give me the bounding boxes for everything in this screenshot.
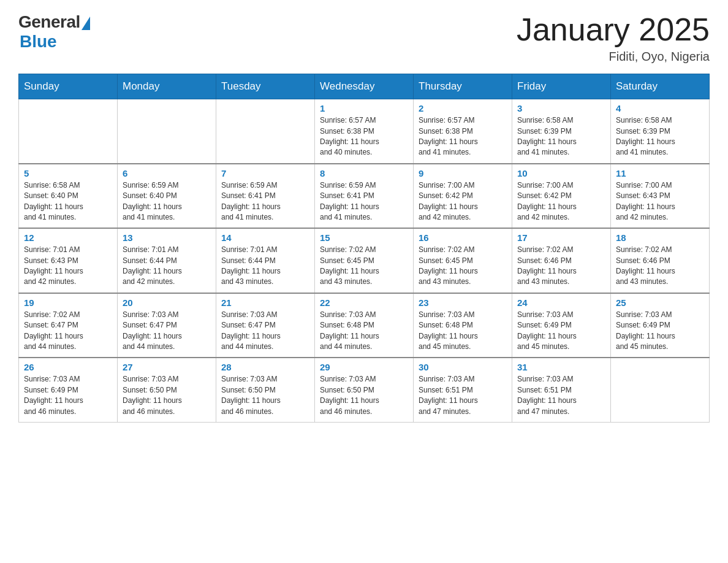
calendar-week-row: 1Sunrise: 6:57 AM Sunset: 6:38 PM Daylig…: [19, 99, 710, 164]
day-info: Sunrise: 7:03 AM Sunset: 6:47 PM Dayligh…: [123, 310, 211, 353]
day-info: Sunrise: 7:03 AM Sunset: 6:49 PM Dayligh…: [517, 310, 605, 353]
day-number: 3: [517, 103, 605, 113]
title-block: January 2025 Fiditi, Oyo, Nigeria: [517, 12, 710, 64]
day-info: Sunrise: 7:03 AM Sunset: 6:48 PM Dayligh…: [419, 310, 507, 353]
calendar-cell: 23Sunrise: 7:03 AM Sunset: 6:48 PM Dayli…: [414, 293, 512, 358]
day-number: 28: [221, 362, 309, 372]
calendar-cell: 15Sunrise: 7:02 AM Sunset: 6:45 PM Dayli…: [315, 228, 414, 293]
day-number: 19: [24, 297, 112, 308]
calendar-cell: 20Sunrise: 7:03 AM Sunset: 6:47 PM Dayli…: [118, 293, 216, 358]
day-number: 17: [517, 232, 605, 243]
day-info: Sunrise: 7:03 AM Sunset: 6:51 PM Dayligh…: [517, 374, 605, 417]
day-info: Sunrise: 6:59 AM Sunset: 6:41 PM Dayligh…: [320, 180, 408, 223]
day-number: 16: [419, 232, 507, 243]
calendar-cell: 5Sunrise: 6:58 AM Sunset: 6:40 PM Daylig…: [19, 164, 118, 229]
day-number: 15: [320, 232, 408, 243]
day-info: Sunrise: 7:03 AM Sunset: 6:51 PM Dayligh…: [419, 374, 507, 417]
logo-general-text: General: [18, 12, 80, 32]
day-number: 23: [419, 297, 507, 308]
calendar-header-saturday: Saturday: [611, 74, 710, 99]
calendar-cell: 22Sunrise: 7:03 AM Sunset: 6:48 PM Dayli…: [315, 293, 414, 358]
calendar-header-sunday: Sunday: [19, 74, 118, 99]
calendar-cell: 11Sunrise: 7:00 AM Sunset: 6:43 PM Dayli…: [611, 164, 710, 229]
day-number: 20: [123, 297, 211, 308]
day-number: 6: [123, 168, 211, 178]
calendar-week-row: 19Sunrise: 7:02 AM Sunset: 6:47 PM Dayli…: [19, 293, 710, 358]
day-number: 18: [616, 232, 704, 243]
day-info: Sunrise: 7:03 AM Sunset: 6:49 PM Dayligh…: [24, 374, 112, 417]
day-number: 5: [24, 168, 112, 178]
logo: General Blue: [18, 12, 90, 52]
day-info: Sunrise: 7:02 AM Sunset: 6:46 PM Dayligh…: [616, 245, 704, 288]
day-number: 2: [419, 103, 507, 113]
day-number: 26: [24, 362, 112, 372]
calendar-cell: 21Sunrise: 7:03 AM Sunset: 6:47 PM Dayli…: [216, 293, 315, 358]
calendar-cell: 13Sunrise: 7:01 AM Sunset: 6:44 PM Dayli…: [118, 228, 216, 293]
day-number: 12: [24, 232, 112, 243]
calendar-cell: 18Sunrise: 7:02 AM Sunset: 6:46 PM Dayli…: [611, 228, 710, 293]
day-info: Sunrise: 7:03 AM Sunset: 6:50 PM Dayligh…: [123, 374, 211, 417]
day-info: Sunrise: 6:57 AM Sunset: 6:38 PM Dayligh…: [419, 115, 507, 158]
calendar-cell: 16Sunrise: 7:02 AM Sunset: 6:45 PM Dayli…: [414, 228, 512, 293]
calendar-cell: 3Sunrise: 6:58 AM Sunset: 6:39 PM Daylig…: [512, 99, 611, 164]
calendar-cell: 7Sunrise: 6:59 AM Sunset: 6:41 PM Daylig…: [216, 164, 315, 229]
day-info: Sunrise: 7:03 AM Sunset: 6:50 PM Dayligh…: [221, 374, 309, 417]
day-info: Sunrise: 7:01 AM Sunset: 6:44 PM Dayligh…: [221, 245, 309, 288]
calendar-cell: 25Sunrise: 7:03 AM Sunset: 6:49 PM Dayli…: [611, 293, 710, 358]
calendar-cell: 14Sunrise: 7:01 AM Sunset: 6:44 PM Dayli…: [216, 228, 315, 293]
calendar-header-tuesday: Tuesday: [216, 74, 315, 99]
day-number: 7: [221, 168, 309, 178]
day-info: Sunrise: 7:03 AM Sunset: 6:50 PM Dayligh…: [320, 374, 408, 417]
page-title: January 2025: [517, 12, 710, 47]
calendar-header-monday: Monday: [118, 74, 216, 99]
day-number: 13: [123, 232, 211, 243]
calendar-cell: 29Sunrise: 7:03 AM Sunset: 6:50 PM Dayli…: [315, 358, 414, 422]
page-subtitle: Fiditi, Oyo, Nigeria: [517, 50, 710, 64]
day-info: Sunrise: 7:00 AM Sunset: 6:42 PM Dayligh…: [419, 180, 507, 223]
day-info: Sunrise: 7:03 AM Sunset: 6:48 PM Dayligh…: [320, 310, 408, 353]
day-number: 8: [320, 168, 408, 178]
calendar-cell: [216, 99, 315, 164]
day-info: Sunrise: 7:01 AM Sunset: 6:44 PM Dayligh…: [123, 245, 211, 288]
calendar-header-row: SundayMondayTuesdayWednesdayThursdayFrid…: [19, 74, 710, 99]
day-info: Sunrise: 7:02 AM Sunset: 6:47 PM Dayligh…: [24, 310, 112, 353]
calendar-header-friday: Friday: [512, 74, 611, 99]
calendar-cell: [611, 358, 710, 422]
calendar-cell: 31Sunrise: 7:03 AM Sunset: 6:51 PM Dayli…: [512, 358, 611, 422]
day-info: Sunrise: 6:59 AM Sunset: 6:40 PM Dayligh…: [123, 180, 211, 223]
page-header: General Blue January 2025 Fiditi, Oyo, N…: [18, 12, 710, 64]
day-info: Sunrise: 7:01 AM Sunset: 6:43 PM Dayligh…: [24, 245, 112, 288]
day-info: Sunrise: 7:02 AM Sunset: 6:46 PM Dayligh…: [517, 245, 605, 288]
day-info: Sunrise: 6:58 AM Sunset: 6:40 PM Dayligh…: [24, 180, 112, 223]
day-number: 14: [221, 232, 309, 243]
calendar-cell: 30Sunrise: 7:03 AM Sunset: 6:51 PM Dayli…: [414, 358, 512, 422]
calendar-header-wednesday: Wednesday: [315, 74, 414, 99]
calendar-cell: 9Sunrise: 7:00 AM Sunset: 6:42 PM Daylig…: [414, 164, 512, 229]
day-number: 1: [320, 103, 408, 113]
day-info: Sunrise: 6:59 AM Sunset: 6:41 PM Dayligh…: [221, 180, 309, 223]
day-number: 30: [419, 362, 507, 372]
calendar-cell: 6Sunrise: 6:59 AM Sunset: 6:40 PM Daylig…: [118, 164, 216, 229]
calendar-cell: 26Sunrise: 7:03 AM Sunset: 6:49 PM Dayli…: [19, 358, 118, 422]
calendar-cell: 4Sunrise: 6:58 AM Sunset: 6:39 PM Daylig…: [611, 99, 710, 164]
calendar-week-row: 12Sunrise: 7:01 AM Sunset: 6:43 PM Dayli…: [19, 228, 710, 293]
day-number: 24: [517, 297, 605, 308]
calendar-cell: 19Sunrise: 7:02 AM Sunset: 6:47 PM Dayli…: [19, 293, 118, 358]
day-number: 29: [320, 362, 408, 372]
calendar-cell: 24Sunrise: 7:03 AM Sunset: 6:49 PM Dayli…: [512, 293, 611, 358]
calendar-cell: 12Sunrise: 7:01 AM Sunset: 6:43 PM Dayli…: [19, 228, 118, 293]
calendar-header-thursday: Thursday: [414, 74, 512, 99]
day-info: Sunrise: 6:58 AM Sunset: 6:39 PM Dayligh…: [517, 115, 605, 158]
day-number: 31: [517, 362, 605, 372]
day-number: 22: [320, 297, 408, 308]
day-info: Sunrise: 7:02 AM Sunset: 6:45 PM Dayligh…: [419, 245, 507, 288]
day-info: Sunrise: 7:00 AM Sunset: 6:43 PM Dayligh…: [616, 180, 704, 223]
calendar-cell: 28Sunrise: 7:03 AM Sunset: 6:50 PM Dayli…: [216, 358, 315, 422]
calendar-cell: 2Sunrise: 6:57 AM Sunset: 6:38 PM Daylig…: [414, 99, 512, 164]
calendar-cell: 10Sunrise: 7:00 AM Sunset: 6:42 PM Dayli…: [512, 164, 611, 229]
calendar-cell: [118, 99, 216, 164]
day-info: Sunrise: 6:57 AM Sunset: 6:38 PM Dayligh…: [320, 115, 408, 158]
day-number: 4: [616, 103, 704, 113]
day-info: Sunrise: 7:03 AM Sunset: 6:49 PM Dayligh…: [616, 310, 704, 353]
calendar-cell: 27Sunrise: 7:03 AM Sunset: 6:50 PM Dayli…: [118, 358, 216, 422]
